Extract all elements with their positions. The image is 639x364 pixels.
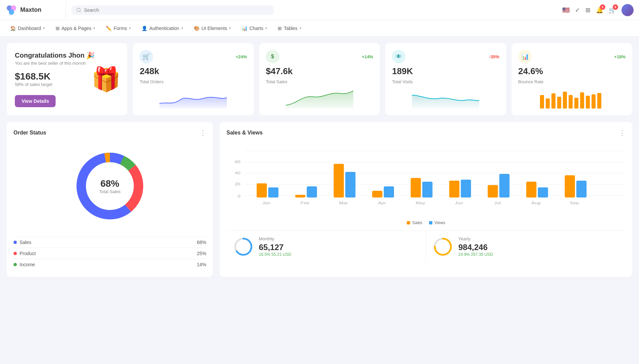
sales-value: $47.6k <box>266 66 373 77</box>
order-status-card: Order Status ⋮ <box>7 122 213 277</box>
chevron-down-icon: ▾ <box>93 26 95 30</box>
svg-text:Jan: Jan <box>262 201 270 205</box>
sales-change: +14% <box>362 54 373 59</box>
visits-mini-chart <box>392 88 499 109</box>
nav: 🏠 Dashboard ▾ ⊞ Apps & Pages ▾ ✏️ Forms … <box>0 20 639 36</box>
svg-rect-4 <box>540 95 544 109</box>
order-status-more-button[interactable]: ⋮ <box>200 129 206 137</box>
stat-card-orders: 🛒 +24% 248k Total Orders <box>133 43 253 115</box>
notification-icon[interactable]: 🔔 5 <box>596 6 603 14</box>
legend-sales: Sales <box>407 220 422 225</box>
sales-label: Total Sales <box>266 79 373 84</box>
svg-rect-45 <box>565 175 575 198</box>
monthly-detail: 16.5% 55.21 USD <box>259 252 291 257</box>
header-actions: 🇺🇸 ✓ ⊞ 🔔 5 🛒 8 <box>562 4 634 16</box>
chart-legend: Sales Views <box>226 220 626 225</box>
sales-icon: $ <box>266 50 279 63</box>
svg-text:Mar: Mar <box>339 201 348 205</box>
notification-badge: 5 <box>600 4 605 10</box>
sales-mini-chart <box>266 88 373 109</box>
search-bar[interactable] <box>71 5 274 15</box>
svg-rect-46 <box>576 181 586 198</box>
yearly-ring <box>433 237 453 257</box>
yearly-detail: 24.9% 267.35 USD <box>458 252 493 257</box>
logo-text: Maxton <box>20 6 41 13</box>
orders-change: +24% <box>236 54 247 59</box>
cart-icon[interactable]: 🛒 8 <box>609 6 616 14</box>
svg-rect-41 <box>488 185 498 198</box>
monthly-value: 65,127 <box>259 243 291 252</box>
legend-item-income: Income 14% <box>13 259 206 270</box>
legend-views: Views <box>429 220 445 225</box>
monthly-label: Monthly <box>259 236 291 241</box>
svg-rect-44 <box>538 187 548 198</box>
order-legend: Sales 68% Product 25% Income <box>13 237 206 270</box>
legend-views-label: Views <box>434 220 445 225</box>
view-details-button[interactable]: View Details <box>15 95 56 107</box>
tables-icon: ⊞ <box>278 26 282 31</box>
svg-rect-12 <box>586 96 590 109</box>
avatar[interactable] <box>621 4 634 16</box>
chevron-down-icon: ▾ <box>265 26 267 30</box>
legend-label-product: Product <box>20 251 36 256</box>
nav-item-ui[interactable]: 🎨 UI Elements ▾ <box>189 23 236 34</box>
flag-icon[interactable]: 🇺🇸 <box>562 6 570 14</box>
orders-icon: 🛒 <box>140 50 153 63</box>
svg-point-2 <box>9 9 14 15</box>
orders-mini-chart <box>140 88 247 109</box>
svg-rect-43 <box>526 182 536 198</box>
svg-text:Aug: Aug <box>531 201 541 205</box>
svg-rect-31 <box>295 195 305 198</box>
sales-views-card: Sales & Views ⋮ 0 20 40 60 <box>220 122 632 277</box>
sales-views-title: Sales & Views <box>226 130 263 136</box>
nav-item-charts[interactable]: 📊 Charts ▾ <box>237 23 272 34</box>
sales-views-more-button[interactable]: ⋮ <box>619 129 626 137</box>
chevron-down-icon: ▾ <box>300 26 301 30</box>
svg-rect-13 <box>591 94 596 109</box>
svg-rect-33 <box>334 164 344 198</box>
legend-value-sales: 68% <box>197 240 206 245</box>
nav-label-tables: Tables <box>284 26 297 31</box>
legend-sq-views <box>429 221 432 224</box>
donut-sublabel: Total Sales <box>99 189 121 194</box>
yearly-label: Yearly <box>458 236 493 241</box>
search-icon <box>76 7 81 13</box>
legend-sales-label: Sales <box>412 220 422 225</box>
charts-icon: 📊 <box>242 26 247 31</box>
svg-rect-5 <box>546 98 550 109</box>
svg-rect-30 <box>268 187 278 198</box>
home-icon: 🏠 <box>10 26 16 31</box>
main-content: Congratulations Jhon 🎉 You are the best … <box>0 36 639 283</box>
legend-dot-income <box>13 263 17 266</box>
monthly-stat: Monthly 65,127 16.5% 55.21 USD <box>226 231 426 262</box>
visits-change: -35% <box>489 54 499 59</box>
checkmark-icon[interactable]: ✓ <box>575 6 580 14</box>
nav-item-apps[interactable]: ⊞ Apps & Pages ▾ <box>51 23 100 34</box>
legend-item-sales: Sales 68% <box>13 237 206 248</box>
svg-rect-39 <box>449 181 459 198</box>
grid-icon[interactable]: ⊞ <box>585 6 590 14</box>
nav-item-dashboard[interactable]: 🏠 Dashboard ▾ <box>5 23 50 34</box>
svg-rect-38 <box>422 182 432 198</box>
visits-value: 189K <box>392 66 499 77</box>
nav-label-charts: Charts <box>249 26 263 31</box>
svg-rect-36 <box>384 186 394 198</box>
svg-text:40: 40 <box>235 171 240 175</box>
nav-label-forms: Forms <box>114 26 127 31</box>
nav-item-forms[interactable]: ✏️ Forms ▾ <box>101 23 135 34</box>
donut-percentage: 68% <box>99 178 121 189</box>
yearly-stat: Yearly 984,246 24.9% 267.35 USD <box>426 231 626 262</box>
visits-icon: 👁 <box>392 50 405 63</box>
nav-item-tables[interactable]: ⊞ Tables ▾ <box>273 23 306 34</box>
forms-icon: ✏️ <box>106 26 112 31</box>
donut-chart: 68% Total Sales <box>73 149 147 223</box>
svg-text:Apr: Apr <box>378 201 386 205</box>
search-input[interactable] <box>84 7 269 13</box>
svg-rect-34 <box>345 172 355 198</box>
bounce-icon: 📊 <box>518 50 532 63</box>
nav-label-apps: Apps & Pages <box>62 26 92 31</box>
nav-item-auth[interactable]: 👤 Authentication ▾ <box>137 23 188 34</box>
svg-rect-6 <box>551 93 555 109</box>
congrats-subtitle: You are the best seller of this monnh <box>15 61 119 66</box>
svg-rect-9 <box>569 95 573 109</box>
